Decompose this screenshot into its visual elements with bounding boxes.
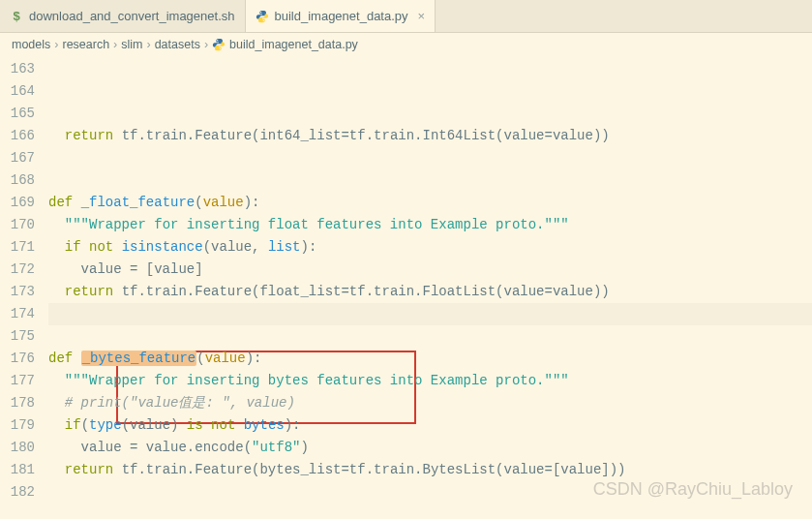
python-icon — [256, 10, 269, 23]
line-number: 179 — [0, 414, 35, 437]
code-line[interactable]: def _bytes_feature(value): — [48, 348, 812, 370]
code-line[interactable]: value = [value] — [48, 259, 812, 281]
code-line[interactable]: def _float_feature(value): — [48, 192, 812, 214]
python-icon — [212, 38, 226, 51]
line-number: 167 — [0, 147, 35, 169]
line-number: 169 — [0, 192, 35, 214]
breadcrumb-part[interactable]: models — [12, 38, 50, 51]
code-line[interactable]: if(type(value) is not bytes): — [48, 414, 812, 437]
line-number: 181 — [0, 459, 35, 481]
code-line[interactable]: """Wrapper for inserting float features … — [48, 214, 812, 236]
code-line[interactable]: return tf.train.Feature(float_list=tf.tr… — [48, 281, 812, 303]
code-area[interactable]: return tf.train.Feature(int64_list=tf.tr… — [48, 56, 812, 519]
tab-label: build_imagenet_data.py — [275, 9, 408, 23]
code-line[interactable] — [48, 147, 812, 169]
code-line[interactable]: """Wrapper for inserting bytes features … — [48, 370, 812, 392]
line-number: 163 — [0, 58, 35, 80]
line-number: 175 — [0, 325, 35, 348]
code-line[interactable] — [48, 169, 812, 192]
chevron-right-icon: › — [113, 38, 117, 51]
breadcrumb-part[interactable]: research — [62, 38, 109, 51]
breadcrumb-part[interactable]: slim — [121, 38, 142, 51]
tab-build-imagenet[interactable]: build_imagenet_data.py × — [246, 0, 436, 32]
line-number: 178 — [0, 392, 35, 414]
chevron-right-icon: › — [204, 38, 208, 51]
breadcrumb-file[interactable]: build_imagenet_data.py — [229, 38, 358, 51]
code-line[interactable]: return tf.train.Feature(bytes_list=tf.tr… — [48, 459, 812, 481]
code-line[interactable]: value = value.encode("utf8") — [48, 437, 812, 459]
line-number: 173 — [0, 281, 35, 303]
editor[interactable]: 1631641651661671681691701711721731741751… — [0, 56, 812, 519]
breadcrumb-part[interactable]: datasets — [155, 38, 200, 51]
code-line[interactable]: if not isinstance(value, list): — [48, 236, 812, 259]
code-line[interactable] — [48, 504, 812, 519]
line-number: 176 — [0, 348, 35, 370]
breadcrumb: models › research › slim › datasets › bu… — [0, 33, 812, 56]
line-number: 164 — [0, 80, 35, 103]
tab-label: download_and_convert_imagenet.sh — [29, 9, 235, 23]
line-number: 172 — [0, 259, 35, 281]
shell-icon: $ — [10, 10, 23, 23]
line-gutter: 1631641651661671681691701711721731741751… — [0, 56, 48, 519]
line-number: 174 — [0, 303, 35, 325]
close-icon[interactable]: × — [418, 9, 426, 23]
code-line[interactable] — [48, 481, 812, 504]
code-line[interactable]: # print("value值是: ", value) — [48, 392, 812, 414]
code-line[interactable] — [48, 303, 812, 325]
code-line[interactable] — [48, 325, 812, 348]
tab-bar: $ download_and_convert_imagenet.sh build… — [0, 0, 812, 33]
chevron-right-icon: › — [54, 38, 58, 51]
line-number: 166 — [0, 125, 35, 147]
line-number: 165 — [0, 103, 35, 125]
line-number: 180 — [0, 437, 35, 459]
line-number: 168 — [0, 169, 35, 192]
tab-download-script[interactable]: $ download_and_convert_imagenet.sh — [0, 0, 246, 32]
line-number: 177 — [0, 370, 35, 392]
code-line[interactable]: return tf.train.Feature(int64_list=tf.tr… — [48, 125, 812, 147]
line-number: 182 — [0, 481, 35, 504]
line-number: 170 — [0, 214, 35, 236]
line-number: 171 — [0, 236, 35, 259]
chevron-right-icon: › — [147, 38, 151, 51]
